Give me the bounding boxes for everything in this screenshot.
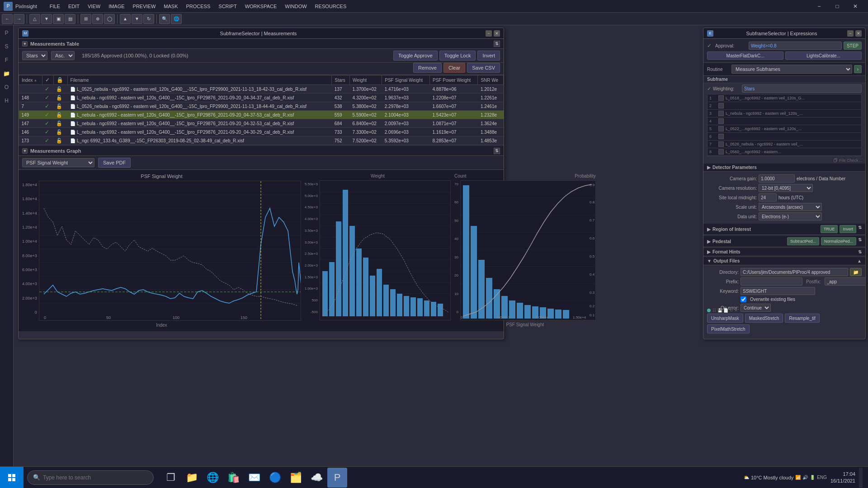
weighting-input[interactable] [742, 84, 862, 93]
menu-process[interactable]: PROCESS [183, 3, 214, 10]
taskbar-notification-btn[interactable] [859, 468, 863, 488]
toolbar-btn-10[interactable]: ▲ [120, 14, 131, 24]
taskbar-icon-store[interactable]: 🛍️ [223, 468, 243, 488]
clear-button[interactable]: Clear [443, 63, 465, 73]
table-row[interactable]: 173 ✓ 🔓 📄 L_ngc 6992_133.4s_G389__-15C_F… [19, 136, 504, 145]
toolbar-btn-8[interactable]: ⊕ [92, 14, 103, 24]
overwrite-checkbox[interactable] [741, 296, 746, 302]
approval-step-btn[interactable]: STEP [844, 42, 862, 50]
taskbar-search-box[interactable]: 🔍 [27, 470, 154, 485]
lightscalib-btn[interactable]: LightsCalibrate... [785, 52, 862, 60]
masked-stretch-btn[interactable]: MaskedStretch [745, 314, 783, 323]
table-section-toggle[interactable]: ▼ [22, 41, 28, 47]
taskbar-icon-task-view[interactable]: ❐ [161, 468, 181, 488]
toolbar-btn-12[interactable]: ↻ [143, 14, 154, 24]
toolbar-btn-4[interactable]: ▼ [41, 14, 52, 24]
col-snr[interactable]: SNR We [478, 75, 504, 85]
file-checkbox-3[interactable] [718, 111, 724, 116]
menu-view[interactable]: VIEW [84, 3, 104, 10]
file-checkbox-2[interactable] [718, 103, 724, 108]
format-expand-icon[interactable]: ⇅ [858, 249, 862, 254]
file-checkbox-7[interactable] [718, 141, 724, 147]
col-index[interactable]: Index ▲ [19, 75, 42, 85]
filter-select[interactable]: Stars [22, 51, 47, 60]
menu-resources[interactable]: RESOURCES [311, 3, 350, 10]
invert-button[interactable]: Invert [477, 51, 500, 61]
site-midnight-input[interactable] [759, 193, 777, 202]
toggle-lock-button[interactable]: Toggle Lock [439, 51, 476, 61]
measurements-minimize-btn[interactable]: − [486, 30, 492, 37]
directory-input[interactable] [741, 268, 848, 276]
on-error-select[interactable]: Continue [741, 304, 771, 312]
graph-section-expand[interactable]: ⇅ [494, 148, 500, 154]
taskbar-icon-pixinsight[interactable]: P [327, 468, 347, 488]
masterflat-btn[interactable]: MasterFlatDarkC... [707, 52, 783, 60]
table-section-expand[interactable]: ⇅ [494, 41, 500, 47]
file-checkbox-5[interactable] [718, 126, 724, 131]
resample-tif-btn[interactable]: Resample_tif [785, 314, 819, 323]
menu-edit[interactable]: EDIT [65, 3, 83, 10]
taskbar-icon-explorer[interactable]: 📁 [182, 468, 202, 488]
sidebar-icon-3[interactable]: F [1, 54, 13, 66]
detector-params-header[interactable]: ▶ Detector Parameters [703, 164, 865, 171]
col-psf-power[interactable]: PSF Power Weight [430, 75, 478, 85]
sort-select[interactable]: Asc. [51, 51, 75, 60]
unsharp-mask-btn[interactable]: UnsharpMask [707, 314, 743, 323]
sidebar-icon-6[interactable]: H [1, 95, 13, 107]
close-button[interactable]: ✕ [846, 0, 864, 13]
roi-header[interactable]: ▶ Region of Interest TRUE Invert ⇅ [703, 224, 865, 235]
pedestal-expand-icon[interactable]: ⇅ [858, 237, 862, 245]
output-header[interactable]: ▼ Output Files ▲ [703, 257, 865, 265]
toolbar-btn-1[interactable]: ← [2, 14, 13, 24]
file-checkbox-1[interactable] [718, 95, 724, 101]
col-lock[interactable]: 🔒 [53, 75, 67, 85]
graph-section-toggle[interactable]: ▼ [22, 148, 28, 154]
table-row[interactable]: 147 ✓ 🔓 📄 L_nebula - ngc6992 - eastern v… [19, 119, 504, 128]
toggle-approve-button[interactable]: Toggle Approve [393, 51, 438, 61]
measurements-close-btn[interactable]: ✕ [494, 30, 500, 37]
toolbar-btn-13[interactable]: 🔍 [159, 14, 170, 24]
start-button[interactable] [0, 467, 24, 488]
col-weight[interactable]: Weight [350, 75, 382, 85]
format-header[interactable]: ▶ Format Hints ⇅ [703, 248, 865, 256]
menu-script[interactable]: SCRIPT [215, 3, 240, 10]
pedestal-header[interactable]: ▶ Pedestal SubtractPed... NormalizePed..… [703, 236, 865, 247]
pedestal-btn2[interactable]: NormalizePed... [821, 237, 856, 245]
menu-file[interactable]: FILE [46, 3, 64, 10]
table-row[interactable]: 146 ✓ 🔓 📄 L_nebula - ngc6992 - eastern v… [19, 128, 504, 136]
toolbar-btn-6[interactable]: ▤ [65, 14, 75, 24]
approval-input[interactable] [749, 42, 842, 50]
postfix-input[interactable] [825, 277, 866, 286]
file-checkbox-8[interactable] [718, 149, 724, 155]
camera-res-select[interactable]: 12-bit [0,4095] [759, 184, 813, 192]
routine-btn[interactable]: › [854, 65, 862, 73]
taskbar-icon-browser[interactable]: 🌐 [203, 468, 222, 488]
prefix-input[interactable] [741, 277, 802, 286]
routine-select[interactable]: Measure Subframes [731, 65, 852, 74]
maximize-button[interactable]: □ [828, 0, 846, 13]
expressions-minimize-btn[interactable]: − [847, 30, 854, 37]
col-filename[interactable]: Filename [67, 75, 332, 85]
expressions-close-btn[interactable]: ✕ [855, 30, 862, 37]
taskbar-search-input[interactable] [43, 474, 142, 481]
toolbar-btn-11[interactable]: ▼ [132, 14, 142, 24]
sidebar-icon-2[interactable]: S [1, 41, 13, 52]
taskbar-icon-mail[interactable]: ✉️ [244, 468, 264, 488]
taskbar-icon-cloud[interactable]: ☁️ [307, 468, 326, 488]
menu-image[interactable]: IMAGE [105, 3, 128, 10]
taskbar-icon-files[interactable]: 🗂️ [286, 468, 306, 488]
table-row[interactable]: 149 ✓ 🔓 📄 L_nebula - ngc6992 - eastern v… [19, 111, 504, 119]
directory-browse-btn[interactable]: 📁 [850, 268, 862, 276]
table-row[interactable]: 7 ✓ 🔓 📄 L_0526_nebula - ngc6992 - easter… [19, 102, 504, 111]
pixelmath-stretch-btn[interactable]: PixelMathStretch [707, 324, 750, 333]
roi-true-btn[interactable]: TRUE [821, 225, 838, 233]
keyword-input[interactable] [741, 287, 815, 295]
sidebar-icon-1[interactable]: P [1, 27, 13, 39]
sidebar-icon-4[interactable]: 📁 [1, 68, 13, 80]
taskbar-icon-chrome[interactable]: 🔵 [265, 468, 285, 488]
toolbar-btn-14[interactable]: 🌐 [171, 14, 182, 24]
table-row[interactable]: 148 ✓ 🔓 📄 L_nebula - ngc6992 - eastern v… [19, 94, 504, 102]
table-row[interactable]: 185 ✓ 🔓 📄 L_ngc 6992_133.4s_G389__-15C_F… [19, 145, 504, 145]
roi-expand-icon[interactable]: ⇅ [858, 225, 862, 233]
save-csv-button[interactable]: Save CSV [467, 63, 500, 73]
